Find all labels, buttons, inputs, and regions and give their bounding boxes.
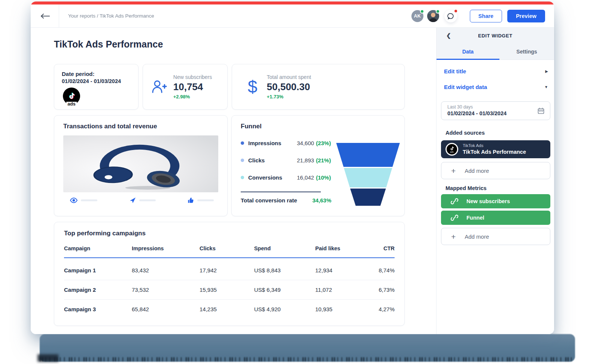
funnel-segment-impressions	[336, 143, 400, 167]
app-window: Your reports / TikTok Ads Performance AK	[31, 1, 554, 334]
conversions-pct: (10%)	[316, 174, 331, 181]
back-button[interactable]	[31, 4, 59, 27]
preview-button[interactable]: Preview	[507, 10, 545, 22]
product-image	[63, 135, 218, 192]
funnel-legend: Impressions 34,600 (23%) Clicks 21,893 (…	[241, 140, 331, 206]
sidebar-title: EDIT WIDGET	[437, 33, 554, 39]
cell-paid-likes: 11,072	[315, 280, 375, 300]
cell-spend: US$ 4,920	[254, 300, 315, 319]
cell-spend: US$ 6,349	[254, 280, 315, 300]
date-range-value: 01/02/2024 - 01/03/2024	[447, 110, 507, 117]
total-conversion-value: 34,63%	[312, 197, 331, 204]
date-range-picker[interactable]: Last 30 days 01/02/2024 - 01/03/2024	[441, 101, 550, 120]
thumbs-up-icon	[188, 197, 194, 204]
funnel-chart	[336, 143, 400, 206]
funnel-row-conversions: Conversions 16,042 (10%)	[241, 174, 331, 181]
header-campaign: Campaign	[64, 245, 132, 258]
window-accent-bar	[31, 1, 554, 4]
topbar-actions: AK	[411, 10, 554, 22]
shares-placeholder-bar	[139, 199, 156, 201]
cell-campaign: Campaign 3	[64, 300, 132, 319]
add-metric-button[interactable]: + Add more	[441, 228, 550, 245]
eye-icon	[70, 198, 77, 203]
tab-data[interactable]: Data	[437, 43, 499, 59]
cell-clicks: 17,942	[200, 258, 254, 280]
cell-campaign: Campaign 1	[64, 258, 132, 280]
clicks-value: 21,893	[297, 157, 314, 163]
tiktok-ads-logo: ads	[62, 88, 81, 106]
table-row: Campaign 2 73,532 15,935 US$ 6,349 11,07…	[64, 280, 395, 300]
background-blur-strip	[40, 334, 575, 362]
impressions-pct: (23%)	[316, 140, 331, 146]
add-source-button[interactable]: + Add more	[441, 162, 550, 179]
conversions-dot	[241, 176, 244, 179]
cell-paid-likes: 12,934	[315, 258, 375, 280]
new-subscribers-label: New subscribers	[173, 74, 212, 80]
metric-funnel[interactable]: Funnel	[441, 211, 550, 225]
tab-settings[interactable]: Settings	[499, 43, 554, 59]
cell-clicks: 15,935	[200, 280, 254, 300]
plus-icon: +	[451, 167, 456, 175]
edit-widget-data-link[interactable]: Edit widget data	[444, 84, 487, 90]
funnel-row-impressions: Impressions 34,600 (23%)	[241, 140, 331, 146]
cell-ctr: 4,27%	[375, 300, 395, 319]
header-spend: Spend	[254, 245, 315, 258]
new-subscribers-value: 10,754	[173, 82, 212, 92]
plus-icon: +	[451, 233, 456, 241]
impressions-value: 34,600	[297, 140, 314, 146]
notification-dot	[454, 9, 458, 13]
person-add-icon	[150, 79, 168, 94]
funnel-widget: Funnel Impressions 34,600 (23%) C	[231, 115, 405, 216]
funnel-row-clicks: Clicks 21,893 (21%)	[241, 157, 331, 163]
sidebar-tabs: Data Settings	[437, 43, 554, 60]
metric-new-subscribers[interactable]: New subscribers	[441, 194, 550, 208]
avatar-initials-text: AK	[414, 13, 421, 19]
date-period-card: Date period: 01/02/2024 - 01/03/2024 ads	[54, 64, 139, 110]
total-spent-value: 50,500.30	[267, 82, 311, 92]
metric-label: Funnel	[466, 215, 484, 221]
funnel-title: Funnel	[241, 123, 395, 130]
table-header-row: Campaign Impressions Clicks Spend Paid l…	[64, 245, 395, 258]
avatar-initials[interactable]: AK	[411, 10, 423, 22]
cell-impressions: 65,842	[132, 300, 200, 319]
online-status-dot	[436, 9, 440, 13]
impressions-dot	[241, 141, 244, 145]
views-stat	[70, 197, 97, 204]
total-spent-label: Total amount spent	[267, 74, 311, 80]
chat-bubble-icon	[447, 12, 454, 20]
sidebar-back-button[interactable]: ❮	[446, 32, 451, 39]
edit-widget-data-row[interactable]: Edit widget data ▼	[444, 84, 548, 90]
conversions-label: Conversions	[248, 174, 297, 181]
transactions-title: Transactions and total revenue	[63, 123, 218, 130]
chevron-down-icon: ▼	[544, 85, 548, 89]
source-platform: TikTok Ads	[463, 143, 526, 149]
reaction-stats-row	[63, 197, 218, 204]
edit-title-row[interactable]: Edit title ▶	[444, 68, 548, 74]
add-source-label: Add more	[465, 168, 489, 174]
header-ctr: CTR	[375, 245, 395, 258]
avatar-photo[interactable]	[427, 10, 439, 22]
funnel-segment-clicks	[344, 168, 392, 187]
header-clicks: Clicks	[200, 245, 254, 258]
source-card-tiktok-ads[interactable]: ads TikTok Ads TikTok Ads Performance	[441, 140, 550, 158]
funnel-total-row: Total conversion rate 34,63%	[241, 197, 331, 204]
cell-spend: US$ 8,843	[254, 258, 315, 280]
total-spent-change: +1.73%	[267, 94, 311, 100]
campaigns-title: Top performing campaigns	[64, 230, 395, 237]
edit-title-link[interactable]: Edit title	[444, 68, 466, 74]
impressions-label: Impressions	[248, 140, 297, 146]
shares-stat	[130, 197, 156, 204]
edit-widget-sidebar: ❮ EDIT WIDGET Data Settings Edit title ▶…	[436, 28, 554, 334]
comments-button[interactable]	[444, 10, 457, 22]
link-icon	[451, 214, 458, 221]
funnel-divider	[241, 192, 321, 192]
top-bar: Your reports / TikTok Ads Performance AK	[31, 4, 554, 28]
share-button[interactable]: Share	[470, 10, 502, 22]
background-blur-text	[40, 357, 575, 361]
breadcrumb[interactable]: Your reports / TikTok Ads Performance	[68, 13, 154, 19]
table-row: Campaign 1 83,432 17,942 US$ 8,843 12,93…	[64, 258, 395, 280]
report-canvas: TikTok Ads Performance Date period: 01/0…	[31, 28, 436, 334]
views-placeholder-bar	[81, 199, 97, 201]
tiktok-source-caption: ads	[450, 151, 454, 153]
clicks-label: Clicks	[248, 157, 297, 163]
